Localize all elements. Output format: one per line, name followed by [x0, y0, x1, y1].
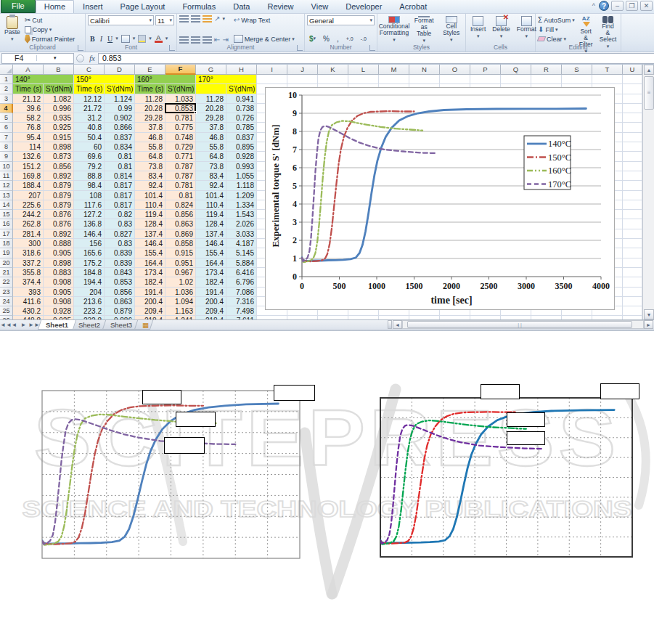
cell[interactable]: 12.12: [74, 94, 105, 104]
cell[interactable]: 164.4: [196, 258, 226, 268]
cell[interactable]: 0.817: [105, 200, 135, 210]
cell[interactable]: 7.498: [226, 306, 257, 316]
cell[interactable]: 60: [74, 142, 105, 152]
cell[interactable]: [623, 229, 642, 239]
delete-cells-button[interactable]: ✕ Delete▾: [490, 15, 512, 44]
cut-button[interactable]: ✂Cut: [25, 16, 75, 25]
ribbon-tab-page-layout[interactable]: Page Layout: [112, 0, 174, 13]
cell[interactable]: 7.086: [226, 288, 257, 297]
cell[interactable]: 1.02: [165, 277, 196, 287]
cell[interactable]: 213.6: [74, 297, 105, 306]
cell[interactable]: 0.856: [44, 162, 74, 171]
italic-button[interactable]: I: [98, 33, 105, 44]
cell[interactable]: 0.781: [165, 181, 196, 190]
cell[interactable]: [592, 75, 623, 84]
cell[interactable]: [409, 75, 440, 84]
increase-decimal-button[interactable]: +.0: [344, 33, 356, 44]
scroll-left-arrow[interactable]: ◄: [393, 320, 402, 329]
cell[interactable]: 0.928: [226, 152, 257, 161]
cell[interactable]: 0.941: [226, 94, 257, 104]
cell[interactable]: 20.28: [196, 104, 226, 113]
cell[interactable]: 110.4: [196, 200, 226, 210]
insert-worksheet-tab[interactable]: ▦: [134, 320, 153, 330]
ribbon-tab-review[interactable]: Review: [258, 0, 302, 13]
cell[interactable]: [196, 84, 226, 94]
cell[interactable]: 136.8: [74, 219, 105, 229]
cell[interactable]: 0.876: [44, 210, 74, 219]
cell[interactable]: 20.28: [135, 104, 165, 113]
ribbon-tab-file[interactable]: File: [1, 0, 36, 13]
cell[interactable]: 411.6: [13, 297, 44, 306]
cell[interactable]: 173.4: [196, 268, 226, 277]
row-header-5[interactable]: 5: [0, 113, 13, 123]
cell[interactable]: 137.4: [196, 229, 226, 239]
cell[interactable]: [318, 75, 348, 84]
cell[interactable]: 281.4: [13, 229, 44, 239]
cell[interactable]: 0.905: [44, 288, 74, 297]
sheet-tab-sheet1[interactable]: Sheet1: [38, 320, 76, 330]
cell[interactable]: 92.4: [135, 181, 165, 190]
row-header-21[interactable]: 21: [0, 268, 13, 277]
cell[interactable]: 1.082: [44, 94, 74, 104]
conditional-formatting-button[interactable]: Conditional Formatting▾: [380, 15, 409, 44]
cell[interactable]: 155.4: [135, 248, 165, 258]
tab-split-handle[interactable]: [388, 320, 392, 329]
column-header-Q[interactable]: Q: [501, 65, 531, 75]
cell[interactable]: 64.8: [196, 152, 226, 161]
fill-button[interactable]: ⬇Fill ▾: [538, 25, 575, 34]
cell[interactable]: 29.28: [196, 113, 226, 123]
number-format-select[interactable]: General▾: [307, 15, 375, 25]
cell[interactable]: [623, 162, 642, 171]
column-header-T[interactable]: T: [592, 65, 623, 75]
cell[interactable]: [623, 297, 642, 306]
cell[interactable]: 0.839: [105, 258, 135, 268]
vertical-scrollbar[interactable]: ▲ ▼: [642, 65, 654, 319]
cell[interactable]: 0.898: [44, 142, 74, 152]
cell[interactable]: 0.81: [165, 191, 196, 200]
cell[interactable]: 0.99: [105, 104, 135, 113]
cell[interactable]: 374.4: [13, 277, 44, 287]
column-header-N[interactable]: N: [409, 65, 440, 75]
column-header-L[interactable]: L: [348, 65, 379, 75]
cell[interactable]: 0.873: [44, 152, 74, 161]
cell[interactable]: S'(dNm): [226, 84, 257, 94]
cell[interactable]: 79.2: [74, 162, 105, 171]
row-header-15[interactable]: 15: [0, 210, 13, 219]
row-header-12[interactable]: 12: [0, 181, 13, 190]
increase-indent-icon[interactable]: ⇥: [222, 36, 228, 44]
column-header-S[interactable]: S: [562, 65, 592, 75]
cell[interactable]: 1.163: [165, 306, 196, 316]
cell[interactable]: 37.8: [135, 123, 165, 132]
cell[interactable]: 0.83: [105, 219, 135, 229]
column-header-M[interactable]: M: [379, 65, 409, 75]
column-header-O[interactable]: O: [440, 65, 470, 75]
cell[interactable]: 101.4: [196, 191, 226, 200]
cell[interactable]: 1.036: [165, 288, 196, 297]
cell[interactable]: 0.785: [226, 123, 257, 132]
align-top-icon[interactable]: [179, 15, 189, 23]
cell[interactable]: 0.925: [44, 123, 74, 132]
row-header-8[interactable]: 8: [0, 142, 13, 152]
cell[interactable]: 300: [13, 239, 44, 248]
cell[interactable]: 0.856: [165, 210, 196, 219]
cell[interactable]: S'(dNm): [165, 84, 196, 94]
cell[interactable]: 0.837: [105, 133, 135, 142]
cell[interactable]: [379, 75, 409, 84]
column-header-K[interactable]: K: [318, 65, 348, 75]
cell[interactable]: 0.83: [105, 239, 135, 248]
cell[interactable]: 0.787: [165, 171, 196, 181]
cell[interactable]: 0.853: [105, 277, 135, 287]
cell[interactable]: 0.915: [44, 133, 74, 142]
cell[interactable]: 11.28: [196, 94, 226, 104]
paste-button[interactable]: Paste▾: [2, 15, 23, 44]
cell[interactable]: 0.879: [44, 200, 74, 210]
cell[interactable]: 0.879: [44, 191, 74, 200]
row-header-10[interactable]: 10: [0, 162, 13, 171]
close-button[interactable]: ✕: [640, 1, 653, 11]
row-header-2[interactable]: 2: [0, 84, 13, 94]
cell[interactable]: 393: [13, 288, 44, 297]
cell[interactable]: 0.81: [105, 162, 135, 171]
cell[interactable]: 64.8: [135, 152, 165, 161]
cell[interactable]: 0.879: [105, 306, 135, 316]
cell[interactable]: 182.4: [135, 277, 165, 287]
